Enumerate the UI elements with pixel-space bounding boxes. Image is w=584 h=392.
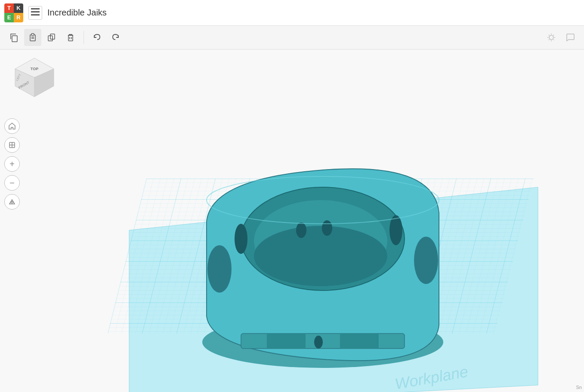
svg-point-46 — [389, 215, 402, 245]
svg-rect-4 — [30, 35, 35, 41]
svg-point-13 — [549, 35, 553, 40]
logo-cad: R — [14, 13, 23, 22]
logo-tin: T — [4, 3, 14, 13]
main-viewport: TOP FRONT LEFT + — [0, 49, 584, 392]
svg-point-38 — [254, 226, 387, 286]
svg-point-47 — [235, 224, 247, 254]
project-title[interactable]: Incredible Jaiks — [47, 8, 107, 18]
scene-svg: Workplane — [0, 49, 584, 392]
copy-button[interactable] — [5, 29, 22, 46]
svg-point-45 — [322, 220, 332, 236]
svg-rect-10 — [68, 35, 73, 41]
svg-rect-5 — [31, 34, 34, 35]
paste-button[interactable] — [24, 29, 41, 46]
svg-rect-1 — [31, 11, 40, 12]
svg-rect-41 — [241, 333, 405, 349]
header: T K E R Incredible Jaiks — [0, 0, 584, 26]
svg-line-19 — [553, 40, 554, 40]
tinkercad-logo[interactable]: T K E R — [4, 3, 23, 22]
svg-rect-2 — [31, 14, 40, 15]
svg-point-40 — [414, 237, 438, 284]
svg-line-21 — [553, 35, 554, 35]
duplicate-button[interactable] — [43, 29, 60, 46]
comment-button[interactable] — [562, 29, 579, 46]
delete-button[interactable] — [62, 29, 79, 46]
svg-rect-42 — [267, 333, 306, 349]
menu-icon[interactable] — [28, 6, 42, 20]
snap-label: Sn — [576, 385, 582, 390]
logo-extra: E — [4, 13, 14, 22]
svg-rect-43 — [340, 333, 379, 349]
toolbar-right — [543, 29, 579, 46]
svg-point-48 — [314, 336, 323, 349]
toolbar-separator — [83, 31, 84, 44]
redo-button[interactable] — [107, 29, 124, 46]
toolbar — [0, 26, 584, 49]
svg-point-39 — [207, 245, 232, 293]
svg-rect-0 — [31, 8, 40, 9]
svg-line-20 — [549, 40, 549, 40]
undo-button[interactable] — [88, 29, 105, 46]
3d-viewport[interactable]: TOP FRONT LEFT + — [0, 49, 584, 392]
svg-point-44 — [296, 222, 306, 238]
svg-line-18 — [549, 35, 549, 35]
svg-rect-3 — [12, 36, 17, 42]
light-button[interactable] — [543, 29, 560, 46]
logo-ker: K — [14, 3, 23, 13]
